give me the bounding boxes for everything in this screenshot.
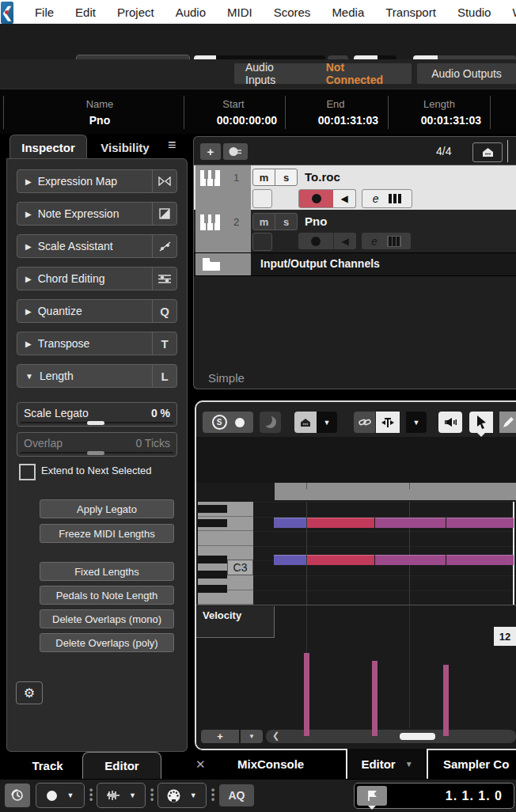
audio-record-mode-group[interactable]: ▼ (97, 783, 146, 808)
black-key[interactable] (198, 505, 227, 513)
solo-button[interactable]: s (275, 169, 298, 186)
folder-track-row[interactable]: Input/Output Channels (194, 252, 516, 276)
midi-note[interactable] (446, 555, 514, 565)
tab-editor-lower-zone[interactable]: Editor ▼ (346, 749, 428, 779)
inspector-menu-icon[interactable]: ≡ (168, 137, 176, 154)
record-mode-group[interactable]: ▼ (36, 783, 85, 808)
inspector-section-scale-assistant[interactable]: ▶ Scale Assistant (17, 234, 177, 258)
editor-acoustic-feedback-button[interactable] (438, 412, 462, 433)
menu-file[interactable]: File (35, 6, 54, 19)
black-key[interactable] (198, 585, 227, 593)
edit-channel-group[interactable]: e (362, 233, 411, 249)
acoustic-feedback-button[interactable] (260, 412, 281, 433)
scrollbar-thumb[interactable] (400, 733, 435, 740)
black-key[interactable] (198, 519, 227, 527)
scale-legato-slider[interactable]: Scale Legato 0 % (17, 402, 177, 427)
midi-note[interactable] (307, 518, 374, 528)
lane-divider[interactable] (196, 605, 516, 605)
edit-channel-group[interactable]: e (362, 189, 412, 208)
editor-selection-tool[interactable] (469, 412, 493, 433)
extend-to-next-selected-checkbox[interactable] (19, 464, 36, 480)
start-value[interactable]: 00:00:00:00 (198, 114, 277, 127)
controller-lane-dropdown-icon[interactable]: ▼ (241, 730, 263, 743)
midi-note[interactable] (446, 518, 514, 528)
audio-inputs-button[interactable]: Audio Inputs (234, 61, 315, 86)
record-enable-button[interactable] (298, 189, 335, 208)
audio-outputs-button[interactable]: Audio Outputs (420, 67, 513, 80)
end-value[interactable]: 00:01:31:03 (299, 114, 378, 127)
locator-flag-button[interactable] (357, 786, 387, 806)
solo-editor-button[interactable]: S (212, 415, 227, 430)
apply-legato-button[interactable]: Apply Legato (40, 499, 174, 518)
track-state-box[interactable] (252, 233, 272, 251)
scroll-left-icon[interactable]: ❮ (272, 730, 279, 741)
time-position-display[interactable]: 1. 1. 1. 0 (387, 789, 514, 803)
editor-auto-scroll-dropdown-icon[interactable]: ▼ (406, 412, 427, 433)
freeze-midi-lengths-button[interactable]: Freeze MIDI Lengths (40, 524, 174, 543)
menu-transport[interactable]: Transport (385, 6, 436, 19)
track-name[interactable]: Pno (305, 214, 327, 228)
menu-workspaces[interactable]: Workspac (512, 6, 516, 19)
record-in-editor-button[interactable] (235, 418, 245, 427)
inspector-section-length[interactable]: ▼ Length L (17, 364, 177, 388)
auto-quantize-button[interactable]: AQ (219, 784, 254, 806)
inspector-section-note-expression[interactable]: ▶ Note Expression (17, 202, 177, 226)
tab-editor-left-zone[interactable]: Editor (82, 752, 161, 779)
midi-note[interactable] (274, 555, 306, 565)
tab-mixconsole[interactable]: MixConsole (237, 757, 304, 771)
inspector-settings-button[interactable]: ⚙ (16, 681, 43, 704)
length-value[interactable]: 00:01:31:03 (402, 114, 481, 127)
fixed-lengths-button[interactable]: Fixed Lengths (40, 562, 174, 581)
monitor-button[interactable]: ◀ (333, 189, 356, 208)
tab-inspector[interactable]: Inspector (9, 135, 87, 159)
time-signature-display[interactable]: 4/4 (436, 145, 451, 157)
mute-button[interactable]: m (252, 169, 275, 186)
editor-auto-scroll-button[interactable] (376, 412, 400, 433)
black-key[interactable] (198, 571, 227, 579)
inspector-section-expression-map[interactable]: ▶ Expression Map (17, 169, 177, 193)
link-projection-cursors-button[interactable] (354, 412, 375, 433)
add-controller-lane-button[interactable]: + (201, 730, 239, 743)
delete-overlaps-mono-button[interactable]: Delete Overlaps (mono) (40, 609, 174, 628)
black-key[interactable] (198, 556, 227, 563)
midi-note[interactable] (375, 555, 446, 565)
track-name[interactable]: To.roc (305, 170, 340, 184)
overlap-slider[interactable]: Overlap 0 Ticks (17, 432, 177, 457)
time-display-button[interactable] (5, 784, 30, 807)
delete-overlaps-poly-button[interactable]: Delete Overlaps (poly) (40, 633, 174, 652)
track-color-strip[interactable]: 1 (195, 165, 251, 210)
note-display[interactable]: C3 Velocity 12 + ▼ ❮ (196, 437, 516, 749)
tab-visibility[interactable]: Visibility (89, 137, 161, 157)
use-track-preset-button[interactable] (223, 143, 248, 160)
midi-note[interactable] (307, 555, 374, 565)
record-enable-button[interactable] (298, 233, 333, 249)
name-value[interactable]: Pno (76, 114, 123, 127)
solo-button[interactable]: s (275, 213, 298, 230)
add-track-button[interactable]: + (200, 143, 221, 160)
menu-studio[interactable]: Studio (457, 6, 491, 19)
track-visibility-agent-button[interactable] (472, 142, 503, 162)
inspector-section-chord-editing[interactable]: ▶ Chord Editing (17, 267, 177, 290)
monitor-button[interactable]: ◀ (333, 233, 356, 249)
inspector-section-quantize[interactable]: ▶ Quantize Q (17, 299, 177, 323)
mute-button[interactable]: m (252, 213, 275, 230)
midi-note[interactable] (375, 518, 446, 528)
slider-handle[interactable] (87, 421, 104, 425)
midi-record-mode-group[interactable]: ▼ (157, 783, 207, 808)
tab-track[interactable]: Track (14, 752, 81, 779)
track-color-strip[interactable]: 2 (195, 210, 251, 252)
velocity-bar[interactable] (372, 661, 378, 736)
velocity-bar[interactable] (443, 665, 449, 736)
track-state-box[interactable] (252, 189, 272, 208)
menu-audio[interactable]: Audio (176, 6, 206, 19)
part-range-bar[interactable] (275, 483, 516, 500)
velocity-bar[interactable] (304, 653, 309, 736)
midi-note[interactable] (274, 518, 306, 528)
menu-edit[interactable]: Edit (75, 6, 96, 19)
menu-midi[interactable]: MIDI (227, 6, 252, 19)
editor-draw-tool[interactable] (499, 412, 516, 433)
editor-ruler[interactable] (196, 437, 516, 483)
menu-project[interactable]: Project (117, 6, 154, 19)
close-lower-zone-icon[interactable]: ✕ (195, 757, 206, 772)
slider-handle[interactable] (87, 451, 104, 455)
